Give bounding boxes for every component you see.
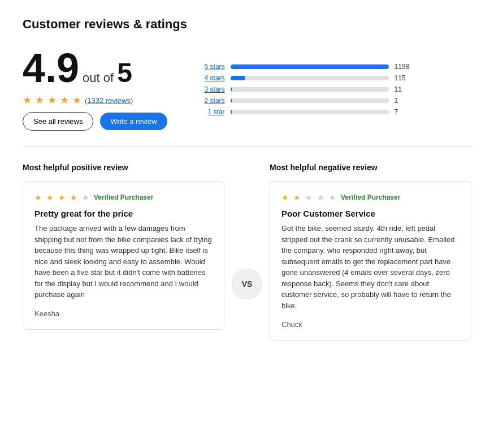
page-title: Customer reviews & ratings: [23, 17, 471, 32]
bar-fill-4: [231, 110, 232, 114]
neg-star-1: ★: [281, 193, 289, 202]
bar-label-2[interactable]: 3 stars: [201, 85, 225, 93]
bar-fill-1: [231, 76, 246, 80]
max-rating: 5: [117, 59, 132, 87]
rating-bars-section: 5 stars 1198 4 stars 115 3 stars 11 2 st…: [201, 63, 416, 116]
write-review-button[interactable]: Write a review: [100, 113, 167, 130]
negative-review-card: ★ ★ ★ ★ ★ Verified Purchaser Poor Custom…: [270, 181, 471, 341]
neg-star-3: ★: [305, 193, 313, 202]
negative-review-column: Most helpful negative review ★ ★ ★ ★ ★ V…: [247, 163, 471, 341]
negative-review-title: Poor Customer Service: [281, 209, 460, 218]
neg-star-4: ★: [317, 193, 324, 202]
negative-review-section-title: Most helpful negative review: [270, 163, 471, 172]
section-divider: [23, 147, 471, 147]
positive-verified-label: Verified Purchaser: [94, 193, 153, 201]
vs-circle: VS: [232, 269, 262, 299]
positive-review-column: Most helpful positive review ★ ★ ★ ★ ★ V…: [23, 163, 247, 341]
bar-row-1: 4 stars 115: [201, 74, 416, 82]
bar-count-4: 7: [395, 108, 411, 116]
out-of-text: out of: [83, 71, 114, 85]
bar-label-1[interactable]: 4 stars: [201, 74, 225, 82]
ratings-section: 4.9 out of 5 ★ ★ ★ ★ ★ (1332 reviews) Se…: [23, 48, 471, 131]
pos-star-2: ★: [46, 193, 54, 202]
bar-count-2: 11: [395, 85, 411, 93]
positive-review-title: Pretty great for the price: [34, 209, 213, 218]
positive-review-card: ★ ★ ★ ★ ★ Verified Purchaser Pretty grea…: [23, 181, 224, 330]
pos-star-5: ★: [82, 193, 89, 202]
bar-label-4[interactable]: 1 star: [201, 108, 225, 116]
star-2: ★: [35, 94, 44, 106]
bar-track-2: [231, 87, 389, 92]
bar-label-0[interactable]: 5 stars: [201, 63, 225, 71]
star-4: ★: [60, 94, 69, 106]
rating-left: 4.9 out of 5 ★ ★ ★ ★ ★ (1332 reviews) Se…: [23, 48, 167, 131]
buttons-row: See all reviews Write a review: [23, 112, 167, 131]
bar-count-0: 1198: [395, 63, 411, 71]
negative-reviewer-name: Chuck: [281, 320, 460, 329]
neg-star-5: ★: [329, 193, 336, 202]
bar-track-3: [231, 98, 389, 103]
bar-count-1: 115: [395, 74, 411, 82]
reviews-wrapper: VS Most helpful positive review ★ ★ ★ ★ …: [23, 163, 471, 341]
bar-track-1: [231, 76, 389, 80]
star-3: ★: [47, 94, 57, 106]
overall-rating-value: 4.9: [23, 48, 79, 88]
positive-review-body: The package arrived with a few damages f…: [34, 223, 213, 300]
star-1: ★: [23, 94, 32, 106]
bar-count-3: 1: [395, 97, 411, 105]
pos-star-1: ★: [34, 193, 42, 202]
bar-track-0: [231, 64, 389, 69]
bar-label-3[interactable]: 2 stars: [201, 97, 225, 105]
bar-fill-2: [231, 87, 232, 92]
bar-row-2: 3 stars 11: [201, 85, 416, 93]
pos-star-4: ★: [70, 193, 77, 202]
bar-row-0: 5 stars 1198: [201, 63, 416, 71]
negative-review-body: Got the bike, seemed sturdy. 4th ride, l…: [281, 223, 460, 311]
pos-star-3: ★: [58, 193, 66, 202]
overall-stars-row: ★ ★ ★ ★ ★ (1332 reviews): [23, 94, 167, 106]
bar-track-4: [231, 110, 389, 114]
positive-review-section-title: Most helpful positive review: [23, 163, 224, 172]
big-rating: 4.9 out of 5: [23, 48, 167, 88]
bar-fill-0: [231, 64, 389, 69]
positive-review-stars-row: ★ ★ ★ ★ ★ Verified Purchaser: [34, 193, 213, 202]
bar-fill-3: [231, 98, 232, 103]
star-5: ★: [72, 94, 81, 106]
bar-row-3: 2 stars 1: [201, 97, 416, 105]
positive-reviewer-name: Keesha: [34, 309, 213, 318]
bar-row-4: 1 star 7: [201, 108, 416, 116]
negative-review-stars-row: ★ ★ ★ ★ ★ Verified Purchaser: [281, 193, 460, 202]
negative-verified-label: Verified Purchaser: [341, 193, 400, 201]
neg-star-2: ★: [293, 193, 301, 202]
review-count-link[interactable]: (1332 reviews): [85, 96, 133, 105]
see-all-reviews-button[interactable]: See all reviews: [23, 112, 93, 131]
